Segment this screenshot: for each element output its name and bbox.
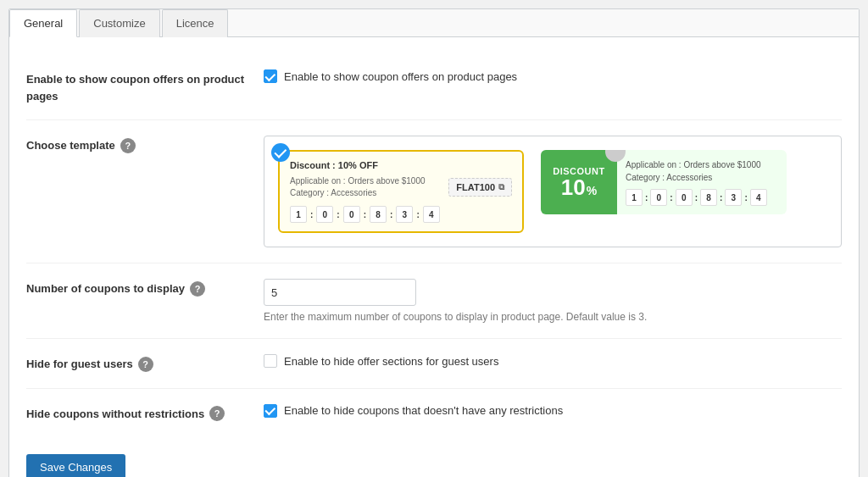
- num-coupons-input[interactable]: [264, 279, 416, 306]
- label-hide-guest: Hide for guest users ?: [26, 354, 264, 373]
- timer-digit: 1: [626, 189, 643, 206]
- timer-digit: 8: [370, 206, 387, 223]
- timer-digit: 8: [700, 189, 717, 206]
- timer-digit: 0: [316, 206, 333, 223]
- help-icon-hide-no-restrictions[interactable]: ?: [209, 406, 225, 421]
- settings-panel: General Customize Licence Enable to show…: [8, 8, 860, 477]
- tmpl2-badge: DISCOUNT 10 %: [541, 150, 617, 214]
- timer-digit: 3: [725, 189, 742, 206]
- copy-icon: ⧉: [498, 182, 504, 192]
- timer-digit: 1: [290, 206, 307, 223]
- tmpl1-code: FLAT100 ⧉: [448, 178, 512, 197]
- save-changes-button[interactable]: Save Changes: [26, 454, 125, 477]
- template-selector: Discount : 10% OFF Applicable on : Order…: [264, 136, 842, 247]
- help-icon-template[interactable]: ?: [120, 138, 136, 153]
- row-show-coupon-offers: Enable to show coupon offers on product …: [26, 54, 842, 120]
- checkbox-show-coupon-offers[interactable]: [264, 69, 277, 83]
- tab-licence[interactable]: Licence: [162, 9, 229, 37]
- checkbox-hide-guest-label: Enable to hide offer sections for guest …: [284, 355, 498, 368]
- timer-digit: 4: [423, 206, 440, 223]
- tmpl1-info: Applicable on : Orders above $1000 Categ…: [290, 175, 426, 199]
- row-hide-no-restrictions: Hide coupons without restrictions ? Enab…: [26, 389, 842, 438]
- checkbox-show-coupon-offers-label: Enable to show coupon offers on product …: [284, 70, 517, 83]
- tmpl2-right: Applicable on : Orders above $1000 Categ…: [617, 150, 787, 214]
- template-1-card: Discount : 10% OFF Applicable on : Order…: [278, 150, 524, 233]
- row-hide-guest: Hide for guest users ? Enable to hide of…: [26, 339, 842, 389]
- row-choose-template: Choose template ? Discount : 10% OFF: [26, 120, 842, 263]
- tab-general[interactable]: General: [9, 9, 77, 37]
- tmpl2-discount-pct: 10: [561, 176, 586, 198]
- field-hide-guest: Enable to hide offer sections for guest …: [264, 354, 842, 368]
- tab-content-general: Enable to show coupon offers on product …: [9, 37, 859, 477]
- field-show-coupon-offers: Enable to show coupon offers on product …: [264, 69, 842, 83]
- row-num-coupons: Number of coupons to display ? Enter the…: [26, 263, 842, 339]
- timer-digit: 0: [650, 189, 667, 206]
- help-icon-num-coupons[interactable]: ?: [190, 281, 205, 297]
- label-hide-no-restrictions: Hide coupons without restrictions ?: [26, 404, 264, 423]
- timer-digit: 3: [396, 206, 413, 223]
- label-choose-template: Choose template ?: [26, 136, 264, 154]
- timer-digit: 0: [676, 189, 693, 206]
- checkbox-hide-no-restrictions[interactable]: [264, 404, 277, 418]
- template-option-1[interactable]: Discount : 10% OFF Applicable on : Order…: [278, 150, 524, 233]
- field-hide-no-restrictions: Enable to hide coupons that doesn't have…: [264, 404, 842, 418]
- tab-customize[interactable]: Customize: [79, 9, 159, 37]
- timer-digit: 0: [343, 206, 360, 223]
- label-show-coupon-offers: Enable to show coupon offers on product …: [26, 69, 264, 104]
- tabs-bar: General Customize Licence: [9, 9, 859, 37]
- tmpl1-timer: 1 : 0 : 0 : 8 : 3 : 4: [290, 206, 512, 223]
- label-num-coupons: Number of coupons to display ?: [26, 279, 264, 297]
- template-2-card: DISCOUNT 10 % Applicable on : Orders abo…: [541, 150, 787, 214]
- tmpl2-discount-sign: %: [587, 184, 597, 197]
- help-icon-hide-guest[interactable]: ?: [138, 357, 153, 372]
- checkbox-hide-guest[interactable]: [264, 354, 277, 368]
- tmpl1-discount-label: Discount : 10% OFF: [290, 160, 378, 170]
- tmpl2-timer: 1 : 0 : 0 : 8 : 3 :: [626, 189, 778, 206]
- tmpl2-info: Applicable on : Orders above $1000 Categ…: [626, 158, 778, 184]
- timer-digit: 4: [750, 189, 767, 206]
- field-num-coupons: Enter the maximum number of coupons to d…: [264, 279, 842, 323]
- checkbox-hide-no-restrictions-label: Enable to hide coupons that doesn't have…: [284, 404, 563, 417]
- template-option-2[interactable]: DISCOUNT 10 % Applicable on : Orders abo…: [541, 150, 787, 233]
- field-choose-template: Discount : 10% OFF Applicable on : Order…: [264, 136, 842, 247]
- num-coupons-help-text: Enter the maximum number of coupons to d…: [264, 311, 842, 323]
- template-1-selected-badge: [271, 143, 290, 162]
